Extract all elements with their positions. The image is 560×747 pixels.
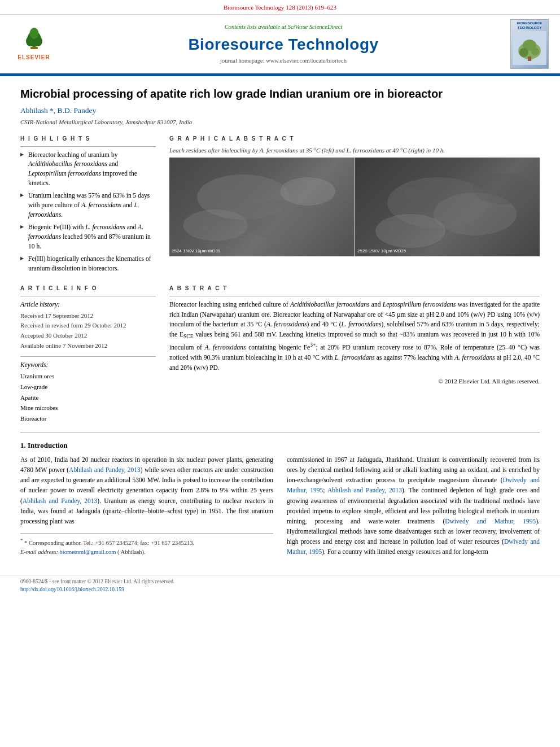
main-content: Microbial processing of apatite rich low… — [0, 76, 560, 568]
body-divider — [20, 432, 540, 433]
article-info: A R T I C L E I N F O Article history: R… — [20, 285, 156, 424]
keyword-1: Uranium ores — [20, 371, 156, 382]
article-info-abstract-section: A R T I C L E I N F O Article history: R… — [20, 285, 540, 424]
keyword-2: Low-grade — [20, 382, 156, 392]
svg-point-9 — [519, 48, 528, 57]
elsevier-tree-icon — [19, 27, 50, 52]
article-info-label: A R T I C L E I N F O — [20, 285, 156, 292]
svg-point-21 — [473, 173, 532, 204]
abstract-section: A B S T R A C T Bioreactor leaching usin… — [169, 285, 540, 424]
article-title: Microbial processing of apatite rich low… — [20, 86, 540, 101]
highlights-list: Bioreactor leaching of uranium by Acidit… — [20, 146, 156, 273]
available-date: Available online 7 November 2012 — [20, 341, 156, 351]
journal-header: ELSEVIER Contents lists available at Sci… — [0, 15, 560, 75]
sciverse-link: Contents lists available at SciVerse Sci… — [56, 23, 510, 32]
svg-point-16 — [280, 177, 335, 206]
introduction-body: As of 2010, India had 20 nuclear reactor… — [20, 455, 540, 557]
history-label: Article history: — [20, 300, 156, 309]
graphical-abstract-section: G R A P H I C A L A B S T R A C T Leach … — [169, 135, 540, 277]
journal-homepage: journal homepage: www.elsevier.com/locat… — [56, 57, 510, 65]
svg-point-14 — [243, 200, 317, 239]
sem-image-left: 2524 15KV 10µm WD39 — [169, 158, 354, 256]
highlights-label: H I G H L I G H T S — [20, 135, 156, 143]
journal-reference: Bioresource Technology 128 (2013) 619–62… — [0, 0, 560, 15]
keywords-label: Keywords: — [20, 360, 156, 369]
elsevier-label: ELSEVIER — [18, 54, 50, 62]
highlights-graphical-section: H I G H L I G H T S Bioreactor leaching … — [20, 135, 540, 277]
sciverse-highlight: SciVerse ScienceDirect — [288, 24, 343, 30]
journal-title: Bioresource Technology — [56, 33, 510, 55]
highlight-item-1: Bioreactor leaching of uranium by Acidit… — [20, 150, 156, 188]
article-history: Article history: Received 17 September 2… — [20, 296, 156, 351]
svg-rect-5 — [30, 47, 38, 49]
authors: Abhilash *, B.D. Pandey — [20, 106, 540, 116]
sem-svg-right — [355, 158, 540, 256]
footnote-corresponding: * * Corresponding author. Tel.: +91 657 … — [20, 537, 273, 548]
highlights-section: H I G H L I G H T S Bioreactor leaching … — [20, 135, 156, 277]
sem-images-container: 2524 15KV 10µm WD39 2520 15KV 10µm — [169, 158, 540, 256]
email-link: biometnml@gmail.com — [60, 549, 116, 555]
graphical-abstract-label: G R A P H I C A L A B S T R A C T — [169, 135, 540, 143]
revised-date: Received in revised form 29 October 2012 — [20, 321, 156, 331]
sem-svg-left — [169, 158, 354, 256]
highlight-item-3: Biogenic Fe(III) with L. ferrooxidans an… — [20, 222, 156, 251]
introduction-right: commissioned in 1967 at Jaduguda, Jharkh… — [287, 455, 540, 557]
journal-center-header: Contents lists available at SciVerse Sci… — [56, 23, 510, 66]
keyword-3: Apatite — [20, 392, 156, 403]
sem-label-right: 2520 15KV 10µm WD25 — [357, 248, 406, 254]
cover-image-icon — [513, 31, 546, 65]
footer-issn: 0960-8524/$ - see front matter © 2012 El… — [20, 578, 540, 586]
elsevier-logo: ELSEVIER — [11, 27, 56, 62]
footnote-email: E-mail address: biometnml@gmail.com ( Ab… — [20, 548, 273, 557]
svg-point-10 — [531, 47, 539, 55]
history-dates: Received 17 September 2012 Received in r… — [20, 311, 156, 351]
highlight-item-2: Uranium leaching was 57% and 63% in 5 da… — [20, 191, 156, 219]
svg-point-20 — [375, 214, 445, 248]
affiliation: CSIR-National Metallurgical Laboratory, … — [20, 118, 540, 126]
abstract-label: A B S T R A C T — [169, 285, 540, 292]
journal-cover: BIORESOURCETECHNOLOGY — [510, 19, 549, 69]
footnote-area: * * Corresponding author. Tel.: +91 657 … — [20, 533, 273, 557]
intro-left-text: As of 2010, India had 20 nuclear reactor… — [20, 455, 273, 526]
sem-label-left: 2524 15KV 10µm WD39 — [172, 248, 220, 254]
graphical-abstract-caption: Leach residues after bioleaching by A. f… — [169, 146, 540, 155]
accepted-date: Accepted 30 October 2012 — [20, 331, 156, 341]
abstract-text: Bioreactor leaching using enriched cultu… — [169, 296, 540, 386]
svg-rect-11 — [528, 56, 531, 61]
sem-image-right: 2520 15KV 10µm WD25 — [354, 158, 540, 256]
footer-doi: http://dx.doi.org/10.1016/j.biortech.201… — [20, 586, 540, 593]
intro-right-text: commissioned in 1967 at Jaduguda, Jharkh… — [287, 455, 540, 557]
introduction-heading: 1. Introduction — [20, 440, 540, 451]
highlight-item-4: Fe(III) biogenically enhances the kinema… — [20, 254, 156, 273]
bottom-footer: 0960-8524/$ - see front matter © 2012 El… — [0, 575, 560, 596]
cover-title: BIORESOURCETECHNOLOGY — [517, 21, 542, 29]
svg-point-15 — [183, 209, 248, 241]
graphical-abstract-image: 2524 15KV 10µm WD39 2520 15KV 10µm — [169, 158, 540, 256]
keyword-4: Mine microbes — [20, 403, 156, 413]
svg-point-4 — [29, 28, 38, 39]
keywords-section: Keywords: Uranium ores Low-grade Apatite… — [20, 356, 156, 424]
keyword-5: Bioreactor — [20, 413, 156, 424]
keywords-list: Uranium ores Low-grade Apatite Mine micr… — [20, 371, 156, 423]
abstract-copyright: © 2012 Elsevier Ltd. All rights reserved… — [169, 377, 540, 386]
introduction-left: As of 2010, India had 20 nuclear reactor… — [20, 455, 273, 557]
received-date: Received 17 September 2012 — [20, 311, 156, 321]
